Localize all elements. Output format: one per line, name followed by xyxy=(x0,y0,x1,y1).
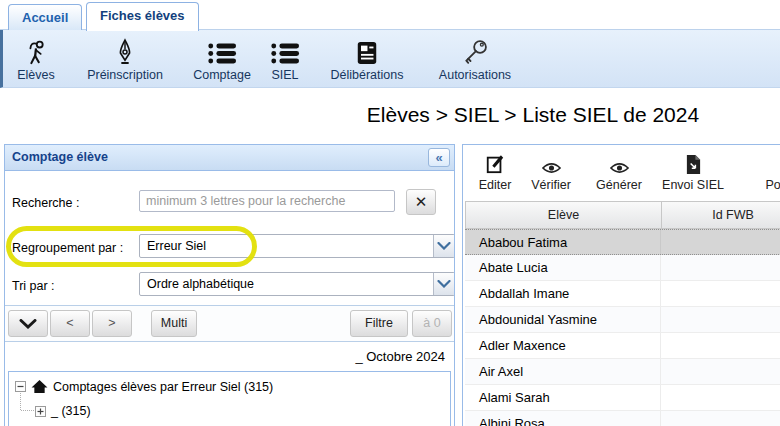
cell-id-fwb xyxy=(661,281,780,306)
cell-eleve: Albini Rosa xyxy=(465,411,661,426)
panel-title: Comptage élève xyxy=(12,150,108,164)
home-icon xyxy=(31,379,48,394)
toolbar-item-deliberations[interactable]: Délibérations xyxy=(323,35,411,82)
chevron-down-icon[interactable] xyxy=(433,235,454,257)
panel-header: Comptage élève « xyxy=(5,145,454,171)
grid-toolbar-label: Vérifier xyxy=(531,178,571,192)
sort-label: Tri par : xyxy=(12,279,55,293)
tree-node-label: Comptages élèves par Erreur Siel (315) xyxy=(53,380,273,394)
toolbar-item-label: Comptage xyxy=(193,68,251,82)
pen-nib-icon xyxy=(114,35,136,66)
grouping-value: Erreur Siel xyxy=(147,235,206,257)
cell-id-fwb xyxy=(661,333,780,358)
grid-toolbar-generer[interactable]: Générer xyxy=(591,151,647,192)
grid-body: Ababou Fatima Abate Lucia Abdallah Imane… xyxy=(465,229,780,426)
grid-toolbar-envoi-siel[interactable]: Envoi SIEL xyxy=(655,151,731,192)
list-icon xyxy=(270,35,300,66)
expand-button[interactable] xyxy=(8,310,48,337)
tree-node-label: _ (315) xyxy=(51,404,91,418)
cell-eleve: Abate Lucia xyxy=(465,255,661,280)
edit-icon xyxy=(485,151,505,175)
cell-eleve: Abdounidal Yasmine xyxy=(465,307,661,332)
cell-id-fwb xyxy=(661,255,780,280)
siel-list-panel: Editer Vérifier Générer Envoi SIEL xyxy=(462,144,780,426)
table-row[interactable]: Adler Maxence xyxy=(465,333,780,359)
period-label: _ Octobre 2024 xyxy=(355,349,445,364)
grouping-label: Regroupement par : xyxy=(12,241,123,255)
tab-fiches-eleves[interactable]: Fiches élèves xyxy=(86,2,199,31)
previous-button[interactable]: < xyxy=(50,310,90,337)
grid-toolbar-label: Editer xyxy=(479,178,512,192)
table-row[interactable]: Air Axel xyxy=(465,359,780,385)
grid-toolbar-editer[interactable]: Editer xyxy=(471,151,519,192)
grid-toolbar-label: Popu xyxy=(765,178,780,192)
eye-icon xyxy=(610,151,629,175)
table-row[interactable]: Abdounidal Yasmine xyxy=(465,307,780,333)
eye-icon xyxy=(542,151,561,175)
table-row[interactable]: Alami Sarah xyxy=(465,385,780,411)
cell-id-fwb xyxy=(661,359,780,384)
grid-toolbar-label: Générer xyxy=(596,178,642,192)
tab-accueil[interactable]: Accueil xyxy=(8,4,82,30)
toolbar-item-label: Autorisations xyxy=(439,68,511,82)
cell-id-fwb xyxy=(661,230,780,254)
tree-node-child[interactable]: _ (315) xyxy=(35,404,91,418)
table-row[interactable]: Albini Rosa xyxy=(465,411,780,426)
cell-id-fwb xyxy=(661,385,780,410)
toolbar-item-preinscription[interactable]: Préinscription xyxy=(77,35,173,82)
cell-eleve: Air Axel xyxy=(465,359,661,384)
filter-button[interactable]: Filtre xyxy=(350,310,408,337)
table-row[interactable]: Ababou Fatima xyxy=(465,229,780,255)
expand-plus-icon[interactable] xyxy=(35,406,46,417)
toolbar-item-siel[interactable]: SIEL xyxy=(257,35,313,82)
comptage-eleve-panel: Comptage élève « Recherche : ✕ Regroupem… xyxy=(4,144,455,426)
cell-id-fwb xyxy=(661,307,780,332)
cell-id-fwb xyxy=(661,411,780,426)
list-icon xyxy=(207,35,237,66)
column-header-id-fwb[interactable]: Id FWB xyxy=(661,201,780,229)
multi-button[interactable]: Multi xyxy=(151,310,197,337)
grouping-select[interactable]: Erreur Siel xyxy=(139,234,455,258)
tree-connector xyxy=(21,410,34,411)
cell-eleve: Abdallah Imane xyxy=(465,281,661,306)
toolbar-item-eleves[interactable]: Elèves xyxy=(9,35,63,82)
column-header-eleve[interactable]: Elève xyxy=(465,201,661,229)
table-row[interactable]: Abate Lucia xyxy=(465,255,780,281)
key-icon xyxy=(461,35,490,66)
search-input[interactable] xyxy=(139,190,395,212)
toolbar-item-autorisations[interactable]: Autorisations xyxy=(425,35,525,82)
cell-eleve: Ababou Fatima xyxy=(465,230,661,254)
cell-eleve: Alami Sarah xyxy=(465,385,661,410)
cell-eleve: Adler Maxence xyxy=(465,333,661,358)
chevron-down-icon[interactable] xyxy=(433,273,454,295)
grid-toolbar-verifier[interactable]: Vérifier xyxy=(523,151,579,192)
next-button[interactable]: > xyxy=(92,310,132,337)
tree-node-root[interactable]: Comptages élèves par Erreur Siel (315) xyxy=(15,379,273,394)
toolbar-item-label: Elèves xyxy=(17,68,55,82)
clear-search-button[interactable]: ✕ xyxy=(406,189,436,215)
collapse-minus-icon[interactable] xyxy=(15,381,26,392)
sort-select[interactable]: Ordre alphabétique xyxy=(139,272,455,296)
grid-toolbar-popu[interactable]: Popu xyxy=(745,151,780,192)
card-icon xyxy=(355,35,379,66)
breadcrumb-title: Elèves > SIEL > Liste SIEL de 2024 xyxy=(286,90,780,140)
table-row[interactable]: Abdallah Imane xyxy=(465,281,780,307)
results-tree: Comptages élèves par Erreur Siel (315) _… xyxy=(8,371,451,426)
person-icon xyxy=(23,35,49,66)
a-zero-button-disabled: à 0 xyxy=(412,310,452,337)
toolbar-item-label: Préinscription xyxy=(87,68,163,82)
sort-value: Ordre alphabétique xyxy=(147,273,254,295)
main-toolbar: Elèves Préinscription Comptage xyxy=(0,30,780,88)
toolbar-item-comptage[interactable]: Comptage xyxy=(187,35,257,82)
toolbar-item-label: SIEL xyxy=(271,68,298,82)
export-document-icon xyxy=(685,151,702,175)
toolbar-item-label: Délibérations xyxy=(331,68,404,82)
panel-button-toolbar: < > Multi Filtre à 0 xyxy=(5,305,454,342)
chevron-down-icon xyxy=(19,319,37,329)
grid-toolbar-label: Envoi SIEL xyxy=(662,178,724,192)
search-label: Recherche : xyxy=(12,196,79,210)
tab-bar: Accueil Fiches élèves xyxy=(0,0,780,30)
collapse-panel-button[interactable]: « xyxy=(428,148,450,167)
grid-header: Elève Id FWB xyxy=(465,201,780,229)
